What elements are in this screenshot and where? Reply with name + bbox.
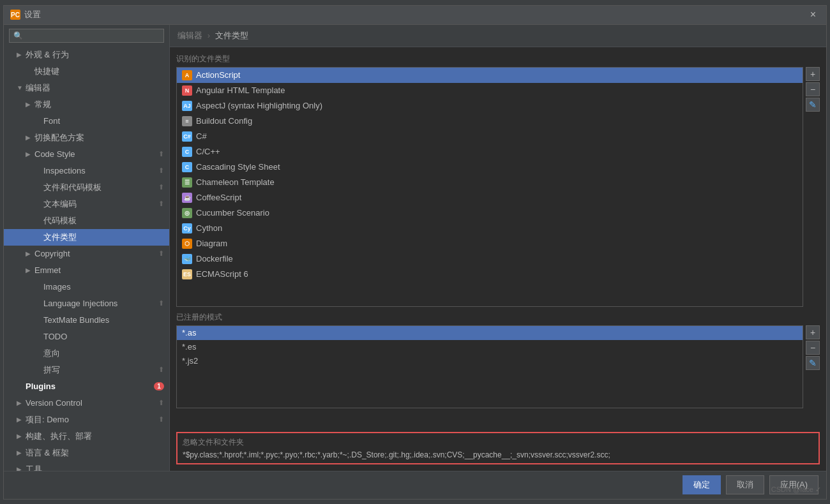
sidebar-item-label: 文件类型 [43,232,164,243]
remove-file-type-button[interactable]: − [806,82,820,96]
panel-body: 识别的文件类型 AActionScriptNAngular HTML Templ… [170,47,826,471]
file-type-name: Cascading Style Sheet [196,162,280,172]
sidebar-item-file-templates[interactable]: 文件和代码模板 ⬆ [4,179,169,196]
sidebar-item-label: 外观 & 行为 [26,49,164,61]
sidebar-item-emmet[interactable]: ▶ Emmet [4,262,169,279]
file-type-icon: Cy [182,223,192,233]
arrow-icon: ▶ [17,51,24,58]
file-type-item[interactable]: ≡Buildout Config [177,114,803,129]
sidebar-item-label: 代码模板 [43,215,164,226]
file-type-item[interactable]: CC/C++ [177,144,803,159]
sidebar-item-build[interactable]: ▶ 构建、执行、部署 [4,428,169,445]
sidebar-item-language-injections[interactable]: Language Injections ⬆ [4,295,169,312]
ignored-text: *$py.class;*.hprof;*.iml;*.pyc;*.pyo;*.r… [183,450,813,459]
file-type-name: ActionScript [196,70,240,80]
sidebar-search-input[interactable] [9,29,164,43]
sidebar-item-todo[interactable]: TODO [4,329,169,345]
add-file-type-button[interactable]: + [806,67,820,81]
file-type-item[interactable]: NAngular HTML Template [177,83,803,98]
registered-section: 已注册的模式 *.as*.es*.js2 + − ✎ [176,312,820,427]
remove-pattern-button[interactable]: − [806,341,820,355]
file-type-item[interactable]: ⬡Diagram [177,236,803,251]
file-type-item[interactable]: ☕CoffeeScript [177,190,803,205]
registered-pattern-item[interactable]: *.as [177,326,803,340]
sidebar-item-copyright[interactable]: ▶ Copyright ⬆ [4,246,169,262]
sidebar-item-label: 快捷键 [34,66,164,77]
arrow-icon: ▶ [17,399,24,406]
file-type-icon: N [182,85,192,96]
sidebar-item-text-encoding[interactable]: 文本编码 ⬆ [4,196,169,212]
file-type-icon: ≡ [182,116,192,126]
sidebar-item-inspections[interactable]: Inspections ⬆ [4,163,169,179]
external-icon: ⬆ [158,150,164,158]
sidebar-item-label: 文件和代码模板 [43,182,156,193]
sidebar-item-tools[interactable]: ▶ 工具 [4,461,169,471]
registered-pattern-item[interactable]: *.js2 [177,354,803,368]
sidebar-item-font[interactable]: Font [4,113,169,130]
file-type-item[interactable]: ☰Chameleon Template [177,175,803,190]
file-type-item[interactable]: CyCython [177,221,803,236]
settings-dialog: PC 设置 × ▶ 外观 & 行为 快捷键 ▼ 编辑器 ▶ [3,5,827,500]
sidebar-item-label: Copyright [34,249,156,258]
sidebar-item-spelling[interactable]: 拼写 ⬆ [4,362,169,378]
arrow-icon: ▶ [26,267,33,274]
file-type-item[interactable]: CCascading Style Sheet [177,159,803,175]
sidebar-item-label: Plugins [26,382,154,391]
sidebar-item-file-types[interactable]: 文件类型 [4,229,169,246]
sidebar-item-label: Inspections [43,166,156,175]
sidebar-item-keymap[interactable]: 快捷键 [4,63,169,80]
sidebar-item-code-templates[interactable]: 代码模板 [4,212,169,229]
add-pattern-button[interactable]: + [806,325,820,339]
sidebar-item-intention[interactable]: 意向 [4,345,169,362]
apply-button[interactable]: 应用(A) [769,475,819,494]
registered-patterns-list[interactable]: *.as*.es*.js2 [176,325,803,408]
external-icon: ⬆ [158,249,164,258]
main-content: ▶ 外观 & 行为 快捷键 ▼ 编辑器 ▶ 常规 Font ▶ 切换配色方案 [4,25,826,471]
registered-label: 已注册的模式 [176,312,820,323]
file-type-icon: C [182,147,192,157]
ok-button[interactable]: 确定 [683,475,721,494]
file-type-icon: ☰ [182,177,192,188]
arrow-icon: ▶ [17,449,24,456]
file-type-item[interactable]: AJAspectJ (syntax Highlighting Only) [177,98,803,114]
breadcrumb-parent: 编辑器 [177,31,202,40]
file-type-name: C/C++ [196,147,220,156]
sidebar-item-label: 拼写 [43,364,156,376]
close-button[interactable]: × [806,8,820,22]
sidebar-item-appearance[interactable]: ▶ 外观 & 行为 [4,47,169,63]
sidebar-item-color-scheme[interactable]: ▶ 切换配色方案 [4,130,169,146]
breadcrumb-separator: › [207,31,210,40]
arrow-icon: ▶ [26,151,33,158]
sidebar-item-code-style[interactable]: ▶ Code Style ⬆ [4,146,169,163]
breadcrumb-current: 文件类型 [215,31,248,40]
sidebar-item-label: 语言 & 框架 [26,447,164,459]
sidebar-item-language[interactable]: ▶ 语言 & 框架 [4,445,169,461]
sidebar-item-label: 编辑器 [26,82,164,94]
file-type-item[interactable]: AActionScript [177,68,803,83]
edit-file-type-button[interactable]: ✎ [806,98,820,112]
sidebar-item-label: TextMate Bundles [43,315,164,325]
sidebar: ▶ 外观 & 行为 快捷键 ▼ 编辑器 ▶ 常规 Font ▶ 切换配色方案 [4,25,170,471]
file-type-icon: ☕ [182,193,192,203]
sidebar-item-plugins[interactable]: Plugins 1 [4,378,169,395]
sidebar-item-version-control[interactable]: ▶ Version Control ⬆ [4,395,169,411]
sidebar-item-general[interactable]: ▶ 常规 [4,96,169,113]
file-types-list[interactable]: AActionScriptNAngular HTML TemplateAJAsp… [176,67,803,307]
cancel-button[interactable]: 取消 [726,475,764,494]
sidebar-item-label: Font [43,116,164,126]
registered-pattern-item[interactable]: *.es [177,340,803,354]
external-icon: ⬆ [158,299,164,308]
file-type-name: CoffeeScript [196,193,241,202]
file-type-item[interactable]: 🐳Dockerfile [177,251,803,267]
sidebar-item-label: 常规 [34,99,164,110]
file-type-item[interactable]: C#C# [177,129,803,144]
edit-pattern-button[interactable]: ✎ [806,356,820,370]
file-type-item[interactable]: ◎Cucumber Scenario [177,205,803,221]
sidebar-item-project[interactable]: ▶ 项目: Demo ⬆ [4,411,169,428]
sidebar-item-textmate[interactable]: TextMate Bundles [4,312,169,329]
file-type-item[interactable]: ESECMAScript 6 [177,267,803,282]
sidebar-item-editor[interactable]: ▼ 编辑器 [4,80,169,96]
sidebar-item-label: 意向 [43,348,164,359]
file-type-name: AspectJ (syntax Highlighting Only) [196,101,322,110]
sidebar-item-images[interactable]: Images [4,279,169,295]
